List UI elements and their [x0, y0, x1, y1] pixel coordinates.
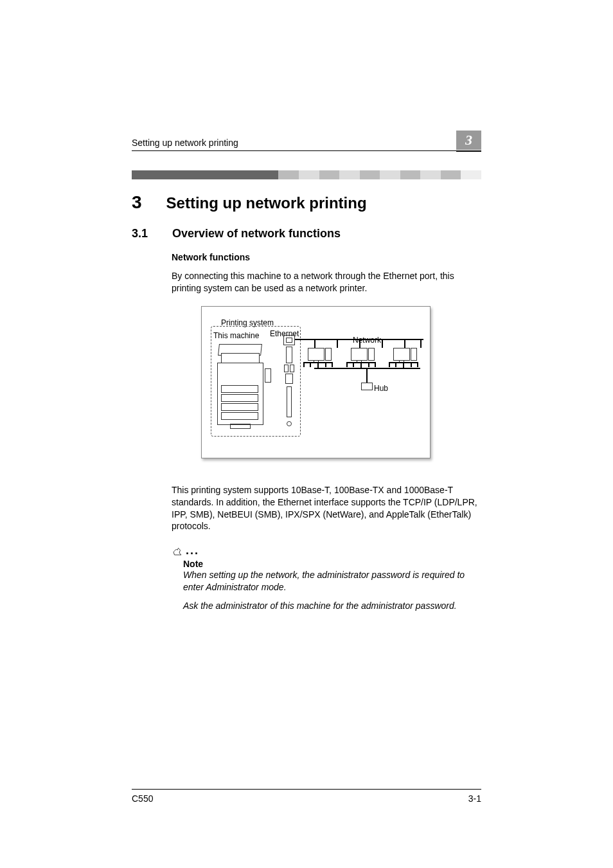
note-label: Note [183, 559, 481, 569]
running-title: Setting up network printing [132, 138, 238, 148]
footer-page-number: 3-1 [468, 793, 481, 804]
chapter-badge: 3 [456, 131, 481, 150]
subsection-title: Network functions [172, 252, 481, 262]
section-number: 3.1 [132, 227, 148, 240]
chapter-heading: 3 Setting up network printing [132, 192, 481, 213]
network-diagram: Printing system This machine Ethernet Ne… [201, 306, 431, 458]
page-footer: C550 3-1 [132, 789, 481, 804]
paragraph-protocols: This printing system supports 10Base-T, … [172, 484, 481, 533]
note-hand-icon [172, 545, 183, 557]
chapter-title: Setting up network printing [166, 194, 367, 212]
running-header: Setting up network printing 3 [132, 129, 481, 151]
note-block: ... Note When setting up the network, th… [172, 544, 481, 612]
section-heading: 3.1 Overview of network functions [132, 227, 481, 240]
note-line-2: Ask the administrator of this machine fo… [183, 600, 481, 612]
chapter-number: 3 [132, 192, 142, 213]
printer-icon [217, 340, 269, 430]
footer-model: C550 [132, 793, 153, 804]
controller-icon [283, 335, 296, 431]
computer-icon [308, 348, 324, 361]
section-title: Overview of network functions [172, 227, 341, 240]
note-line-1: When setting up the network, the adminis… [183, 569, 481, 593]
hub-icon [361, 383, 373, 390]
paragraph-intro: By connecting this machine to a network … [172, 270, 481, 294]
diagram-label-hub: Hub [374, 384, 388, 393]
diagram-label-network: Network [353, 336, 381, 345]
decorative-bar [132, 170, 481, 179]
note-dots: ... [186, 544, 199, 557]
computer-icon [393, 348, 410, 361]
computer-icon [351, 348, 368, 361]
